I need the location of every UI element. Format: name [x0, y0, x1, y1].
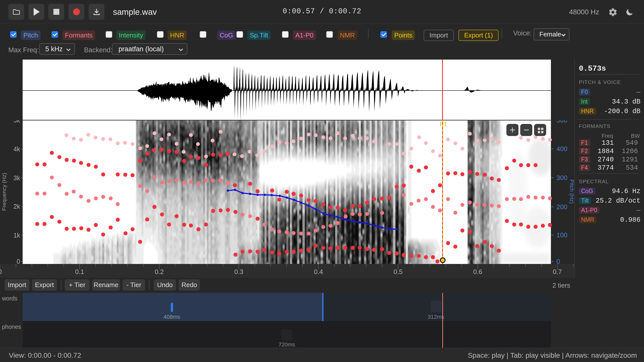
svg-text:0: 0 — [556, 258, 560, 265]
svg-text:100: 100 — [556, 231, 567, 239]
svg-text:P1: P1 — [440, 121, 447, 127]
svg-text:0.2: 0.2 — [155, 268, 164, 276]
svg-text:0: 0 — [0, 268, 2, 276]
svg-text:3k: 3k — [14, 174, 20, 182]
svg-text:1k: 1k — [14, 232, 20, 239]
svg-text:0.3: 0.3 — [234, 268, 243, 276]
svg-text:0.6: 0.6 — [473, 268, 482, 276]
svg-text:Frequency (Hz): Frequency (Hz) — [1, 173, 7, 211]
svg-text:0.5: 0.5 — [393, 268, 403, 276]
svg-text:300: 300 — [556, 174, 567, 182]
svg-text:0.7: 0.7 — [553, 268, 562, 276]
svg-text:0.1: 0.1 — [75, 268, 84, 276]
svg-text:0.4: 0.4 — [314, 268, 323, 276]
svg-text:4k: 4k — [14, 146, 20, 153]
svg-text:2k: 2k — [14, 203, 20, 210]
svg-text:0: 0 — [17, 258, 20, 265]
